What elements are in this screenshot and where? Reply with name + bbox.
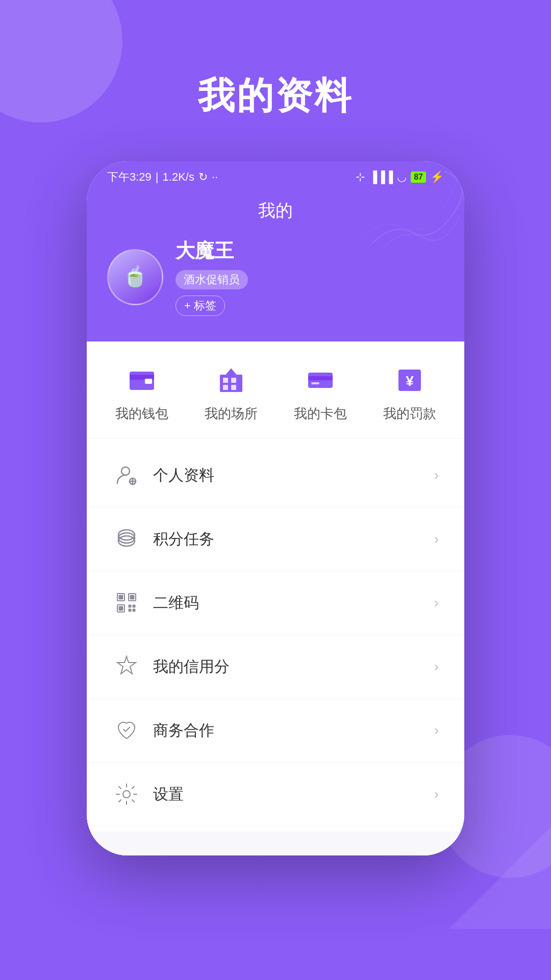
- svg-text:¥: ¥: [406, 373, 414, 389]
- user-tag-button[interactable]: + 标签: [176, 296, 225, 316]
- menu-item-profile[interactable]: 个人资料 ›: [87, 444, 464, 507]
- menu-item-qrcode[interactable]: 二维码 ›: [87, 571, 464, 635]
- svg-rect-25: [133, 605, 135, 607]
- business-menu-arrow: ›: [434, 722, 439, 739]
- points-menu-arrow: ›: [434, 531, 439, 547]
- svg-rect-21: [130, 595, 134, 599]
- quick-action-wallet[interactable]: 我的钱包: [115, 362, 168, 423]
- status-bar-left: 下午3:29 | 1.2K/s ↻ ··: [107, 169, 218, 185]
- settings-menu-arrow: ›: [434, 786, 439, 802]
- svg-rect-24: [129, 605, 131, 607]
- svg-rect-9: [308, 376, 333, 380]
- status-time: 下午3:29: [107, 169, 152, 185]
- credit-menu-label: 我的信用分: [153, 656, 434, 677]
- profile-info: 大魔王 酒水促销员 + 标签: [176, 238, 444, 316]
- svg-point-29: [123, 791, 130, 798]
- status-refresh-icon: ↻: [198, 170, 208, 184]
- wallet-label: 我的钱包: [115, 405, 168, 423]
- avatar-image: 🍵: [109, 251, 162, 304]
- wallet-icon: [121, 362, 162, 398]
- user-role-badge[interactable]: 酒水促销员: [176, 270, 248, 289]
- svg-rect-4: [223, 378, 228, 383]
- page-title: 我的资料: [198, 71, 353, 120]
- svg-rect-26: [129, 609, 131, 611]
- points-menu-icon: [112, 525, 141, 553]
- points-menu-label: 积分任务: [153, 529, 434, 550]
- quick-actions-row: 我的钱包 我的场所: [87, 341, 464, 438]
- profile-menu-arrow: ›: [434, 467, 439, 483]
- phone-mockup: 下午3:29 | 1.2K/s ↻ ·· ⊹ ▐▐▐ ◡ 87 ⚡ 我的 🍵: [87, 161, 464, 855]
- credit-menu-arrow: ›: [434, 658, 439, 675]
- profile-menu-label: 个人资料: [153, 465, 434, 486]
- business-menu-icon: [112, 716, 141, 745]
- menu-list: 个人资料 › 积分任务 ›: [87, 438, 464, 831]
- status-dots: ··: [212, 170, 218, 184]
- venue-icon: [211, 362, 252, 398]
- svg-rect-6: [223, 385, 228, 390]
- bg-decoration-circle-tl: [0, 0, 122, 122]
- menu-item-business[interactable]: 商务合作 ›: [87, 699, 464, 763]
- settings-menu-icon: [112, 780, 141, 808]
- profile-menu-icon: [112, 461, 141, 489]
- fine-icon: ¥: [389, 362, 430, 398]
- bottom-empty-area: [87, 831, 464, 855]
- status-network: |: [156, 170, 159, 184]
- settings-menu-label: 设置: [153, 784, 434, 805]
- card-label: 我的卡包: [294, 405, 347, 423]
- quick-action-fine[interactable]: ¥ 我的罚款: [383, 362, 436, 423]
- header-section: 我的 🍵 大魔王 酒水促销员 + 标签: [87, 189, 464, 341]
- svg-rect-5: [231, 378, 236, 383]
- status-network-speed: 1.2K/s: [163, 170, 194, 184]
- bg-decoration-triangle: [449, 827, 551, 929]
- svg-rect-27: [133, 609, 135, 611]
- quick-action-card[interactable]: 我的卡包: [294, 362, 347, 423]
- quick-action-venue[interactable]: 我的场所: [205, 362, 258, 423]
- svg-rect-7: [231, 385, 236, 390]
- menu-item-credit[interactable]: 我的信用分 ›: [87, 635, 464, 699]
- main-content: 我的钱包 我的场所: [87, 341, 464, 855]
- profile-row: 🍵 大魔王 酒水促销员 + 标签: [107, 238, 444, 316]
- user-avatar[interactable]: 🍵: [107, 249, 163, 305]
- menu-item-settings[interactable]: 设置 ›: [87, 763, 464, 826]
- user-name: 大魔王: [176, 238, 444, 264]
- svg-point-13: [121, 467, 130, 475]
- credit-menu-icon: [112, 652, 141, 681]
- qrcode-menu-label: 二维码: [153, 593, 434, 614]
- svg-rect-2: [145, 379, 152, 384]
- qrcode-menu-icon: [112, 589, 141, 617]
- venue-label: 我的场所: [205, 405, 258, 423]
- qrcode-menu-arrow: ›: [434, 595, 439, 611]
- svg-rect-10: [311, 382, 319, 384]
- svg-marker-28: [117, 656, 136, 674]
- svg-rect-19: [119, 595, 123, 599]
- fine-label: 我的罚款: [383, 405, 436, 423]
- menu-item-points[interactable]: 积分任务 ›: [87, 507, 464, 571]
- svg-rect-23: [119, 606, 123, 610]
- card-icon: [300, 362, 341, 398]
- business-menu-label: 商务合作: [153, 720, 434, 741]
